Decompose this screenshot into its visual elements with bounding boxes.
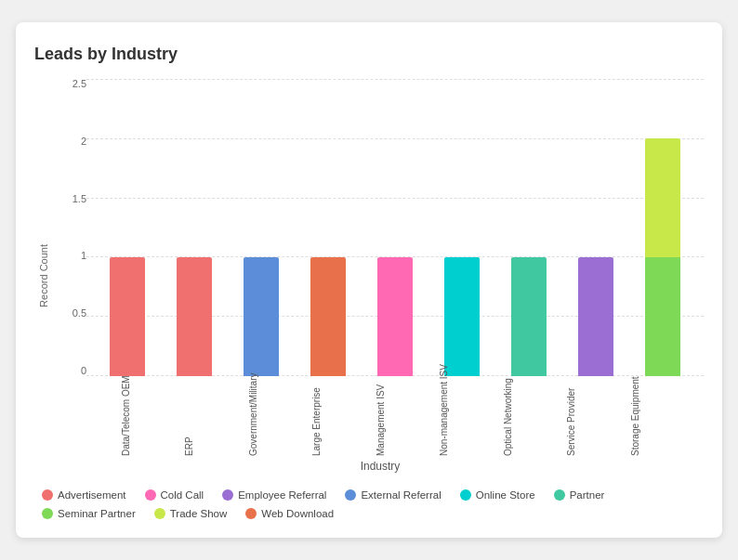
legend-label: Partner [570,489,605,501]
legend: AdvertisementCold CallEmployee ReferralE… [34,489,704,519]
legend-item: Partner [554,489,605,501]
legend-item: Online Store [460,489,535,501]
legend-dot [154,508,165,519]
x-label: Service Provider [539,382,602,456]
y-axis: 2.521.510.50 [57,79,86,376]
bar-group [228,79,295,376]
legend-label: Online Store [476,489,535,501]
bar [444,257,480,376]
legend-item: Web Download [245,508,334,519]
legend-dot [460,489,471,501]
bar-group [295,79,362,376]
legend-item: Seminar Partner [42,508,136,519]
x-label: Large Enterprise [284,382,348,456]
x-label: Optical Networking [476,382,539,456]
legend-label: Web Download [261,508,334,519]
bar [244,257,279,376]
legend-dot [345,489,356,501]
legend-item: Advertisement [42,489,126,501]
bar-group [495,79,562,376]
legend-dot [42,508,53,519]
bars-row [86,79,704,376]
chart-inner: 2.521.510.50 Data/Telecom OEMERPGovernme… [57,79,704,473]
legend-label: Advertisement [58,489,126,501]
legend-label: External Referral [361,489,441,501]
bar [310,257,346,376]
legend-label: Trade Show [170,508,228,519]
bar-group [629,79,696,376]
bar-segment [645,138,680,257]
y-axis-label: Record Count [38,244,49,307]
legend-label: Seminar Partner [58,508,136,519]
bar [377,257,413,376]
x-labels: Data/Telecom OEMERPGovernment/MilitaryLa… [57,376,704,456]
x-label: Non-management ISV [412,382,475,456]
chart-area: Record Count 2.521.510.50 Data/Telecom O… [34,79,704,473]
x-label: ERP [157,382,220,456]
bar [177,257,212,376]
legend-item: Employee Referral [222,489,326,501]
chart-container: Leads by Industry Record Count 2.521.510… [16,22,722,538]
bar-group [428,79,495,376]
legend-dot [245,508,257,519]
x-axis-title: Industry [57,460,704,473]
legend-dot [554,489,565,501]
x-label: Storage Equipment [603,382,666,456]
legend-item: External Referral [345,489,441,501]
legend-label: Employee Referral [238,489,326,501]
bar [578,257,613,376]
legend-dot [42,489,53,501]
y-axis-label-container: Record Count [34,79,53,473]
legend-label: Cold Call [161,489,204,501]
bar-group [562,79,629,376]
y-tick: 0.5 [72,308,86,319]
x-label: Data/Telecom OEM [94,382,157,456]
y-tick: 1.5 [72,194,86,204]
bar-group [362,79,428,376]
x-label: Government/Military [221,382,284,456]
bars-area [86,79,704,376]
bar-group [161,79,228,376]
legend-item: Cold Call [145,489,204,501]
bar [110,257,145,376]
legend-item: Trade Show [154,508,228,519]
chart-title: Leads by Industry [34,45,704,64]
y-tick: 2.5 [72,79,86,89]
bar-segment [645,257,680,376]
x-label: Management ISV [349,382,412,456]
plot-area: 2.521.510.50 [57,79,704,376]
bar [511,257,547,376]
legend-dot [222,489,233,501]
legend-dot [145,489,156,501]
bar-group [94,79,161,376]
